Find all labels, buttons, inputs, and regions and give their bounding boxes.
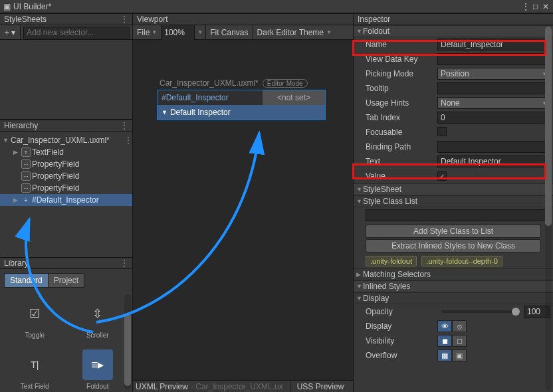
- style-class-input[interactable]: [366, 209, 550, 221]
- inspector-scrollbar[interactable]: [545, 27, 552, 391]
- hierarchy-item-property3[interactable]: ⋯ PropertyField: [0, 182, 132, 194]
- tab-index-label: Tab Index: [366, 113, 437, 122]
- binding-path-label: Binding Path: [366, 142, 437, 151]
- zoom-input[interactable]: [162, 25, 195, 40]
- view-data-key-label: View Data Key: [366, 54, 437, 64]
- library-title: Library: [4, 258, 120, 268]
- row-binding-path: Binding Path: [354, 140, 553, 154]
- display-header[interactable]: ▼ Display: [354, 292, 553, 304]
- hierarchy-item-property1[interactable]: ⋯ PropertyField: [0, 158, 132, 170]
- foldout-tri-icon[interactable]: ▼: [3, 137, 9, 144]
- expand-icon[interactable]: ▶: [13, 149, 20, 155]
- canvas-doc-title: Car_Inspector_UXML.uxml*: [160, 78, 259, 88]
- library-item-scroller[interactable]: ⇳ Scroller: [70, 294, 126, 343]
- foldout-type-icon: ≡: [21, 195, 31, 205]
- matching-selectors-title: Matching Selectors: [363, 270, 431, 279]
- tooltip-field[interactable]: [437, 82, 550, 94]
- hierarchy-more-icon[interactable]: ⋮: [120, 121, 128, 130]
- uxml-preview-file: - Car_Inspector_UXML.ux: [191, 382, 283, 391]
- usage-hints-select[interactable]: None▼: [437, 97, 550, 109]
- chevron-down-icon: ▼: [356, 295, 363, 302]
- focusable-label: Focusable: [366, 128, 437, 137]
- foldout-tri-icon[interactable]: ▼: [162, 109, 167, 116]
- window-menu-icon[interactable]: ⋮: [521, 2, 530, 11]
- editor-mode-badge: Editor Mode: [263, 79, 308, 88]
- scroller-icon: ⇳: [82, 298, 113, 329]
- text-label: Text: [366, 157, 437, 166]
- visibility-hidden-toggle[interactable]: ◻: [452, 335, 467, 347]
- inspector-title: Inspector: [358, 15, 549, 24]
- text-field[interactable]: [437, 155, 550, 167]
- library-scrollbar[interactable]: [124, 294, 131, 389]
- display-title: Display: [363, 294, 389, 303]
- window-maximize-icon[interactable]: □: [531, 2, 540, 11]
- overflow-visible-toggle[interactable]: ▦: [437, 349, 452, 361]
- library-item-textfield[interactable]: T| Text Field: [7, 345, 63, 392]
- hierarchy-item-default-inspector[interactable]: ▶ ≡ #Default_Inspector: [0, 194, 132, 206]
- tab-index-field[interactable]: [437, 112, 550, 124]
- file-menu-label: File: [137, 28, 150, 37]
- new-selector-input[interactable]: [23, 27, 130, 39]
- add-selector-button[interactable]: + ▾: [0, 25, 21, 40]
- stylesheets-body: [0, 40, 132, 120]
- uxml-preview-label[interactable]: UXML Preview: [136, 382, 188, 391]
- hierarchy-title: Hierarchy: [4, 121, 120, 130]
- fit-canvas-button[interactable]: Fit Canvas: [206, 25, 253, 40]
- inspector-foldout-header[interactable]: ▼ Foldout: [354, 25, 553, 37]
- display-none-toggle[interactable]: ⦸: [452, 320, 467, 332]
- chevron-down-icon: ▼: [356, 198, 363, 205]
- library-item-foldout[interactable]: ≡▸ Foldout: [70, 345, 126, 392]
- chevron-down-icon: ▼: [356, 28, 363, 35]
- chevron-down-icon: ▼: [356, 283, 363, 290]
- canvas-selector-chip[interactable]: #Default_Inspector: [162, 93, 229, 102]
- visibility-visible-toggle[interactable]: ◼: [437, 335, 452, 347]
- hierarchy-root-more-icon[interactable]: ⋮: [124, 136, 132, 145]
- canvas-not-set: <not set>: [263, 90, 325, 105]
- class-chip[interactable]: .unity-foldout--depth-0: [421, 256, 502, 266]
- library-item-label: Toggle: [25, 332, 45, 339]
- view-data-key-field[interactable]: [437, 53, 550, 65]
- expand-icon[interactable]: ▶: [13, 197, 20, 203]
- zoom-dropdown-icon[interactable]: ▼: [195, 25, 206, 40]
- picking-mode-select[interactable]: Position▼: [437, 68, 550, 80]
- row-picking-mode: Picking Mode Position▼: [354, 66, 553, 81]
- library-more-icon[interactable]: ⋮: [120, 258, 128, 268]
- class-chip[interactable]: .unity-foldout: [366, 256, 417, 266]
- stylesheets-more-icon[interactable]: ⋮: [120, 15, 128, 24]
- overflow-hidden-toggle[interactable]: ▣: [452, 349, 467, 361]
- tab-project[interactable]: Project: [49, 273, 84, 288]
- value-checkbox[interactable]: ✓: [437, 171, 447, 181]
- style-class-list-header[interactable]: ▼ Style Class List: [354, 195, 553, 207]
- library-item-label: Scroller: [86, 332, 109, 339]
- uss-preview-label[interactable]: USS Preview: [297, 382, 344, 391]
- library-item-toggle[interactable]: ☑ Toggle: [7, 294, 63, 343]
- matching-selectors-header[interactable]: ▶ Matching Selectors: [354, 268, 553, 280]
- window-close-icon[interactable]: ✕: [541, 2, 550, 11]
- stylesheets-header: StyleSheets ⋮: [0, 13, 132, 25]
- chevron-down-icon: ▼: [326, 29, 332, 35]
- canvas-foldout-row[interactable]: ▼ Default Inspector: [158, 105, 325, 120]
- picking-mode-label: Picking Mode: [366, 69, 437, 78]
- chevron-down-icon: ▼: [152, 29, 157, 35]
- binding-path-field[interactable]: [437, 141, 550, 153]
- theme-select[interactable]: Dark Editor Theme ▼: [253, 25, 353, 40]
- inspector-stylesheet-header[interactable]: ▼ StyleSheet: [354, 183, 553, 195]
- row-text: Text: [354, 154, 553, 169]
- focusable-checkbox[interactable]: [437, 127, 447, 136]
- viewport-title: Viewport: [137, 15, 349, 24]
- inlined-styles-header[interactable]: ▼ Inlined Styles: [354, 280, 553, 292]
- display-flex-toggle[interactable]: 👁: [437, 320, 452, 332]
- tab-standard[interactable]: Standard: [4, 273, 49, 288]
- opacity-slider[interactable]: [441, 310, 520, 313]
- foldout-icon: ≡▸: [82, 349, 113, 380]
- hierarchy-item-textfield[interactable]: ▶ T TextField: [0, 146, 132, 158]
- add-style-class-button[interactable]: Add Style Class to List: [366, 225, 541, 238]
- hierarchy-item-label: TextField: [32, 147, 64, 157]
- file-menu-button[interactable]: File ▼: [133, 25, 162, 40]
- hierarchy-item-property2[interactable]: ⋯ PropertyField: [0, 170, 132, 182]
- hierarchy-root[interactable]: ▼ Car_Inspector_UXML.uxml* ⋮: [0, 134, 132, 146]
- stylesheets-title: StyleSheets: [4, 15, 120, 24]
- extract-styles-button[interactable]: Extract Inlined Styles to New Class: [366, 239, 541, 252]
- usage-hints-label: Usage Hints: [366, 98, 437, 108]
- name-field[interactable]: [437, 39, 550, 50]
